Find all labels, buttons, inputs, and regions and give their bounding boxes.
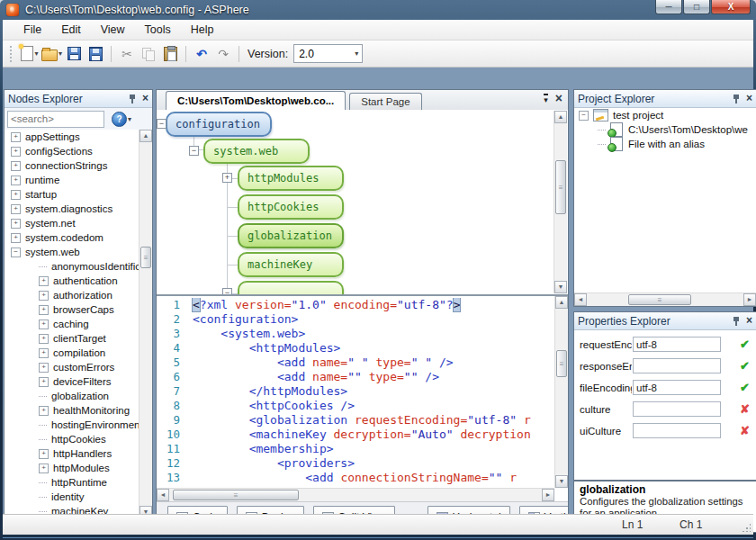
tree-item[interactable]: +runtime: [4, 173, 139, 187]
collapse-icon[interactable]: −: [579, 111, 589, 121]
code-line[interactable]: 9 <globalization requestEncoding="utf-8"…: [157, 413, 554, 428]
diagram-node-machineKey[interactable]: machineKey: [238, 252, 344, 277]
scroll-right-arrow[interactable]: ►: [743, 293, 756, 306]
diagram-node-system.web[interactable]: system.web: [203, 139, 310, 164]
menu-help[interactable]: Help: [181, 21, 224, 39]
menu-file[interactable]: File: [14, 21, 51, 39]
code-line[interactable]: 10 <machineKey decryption="Auto" decrypt…: [157, 428, 554, 442]
code-line[interactable]: 6 <add name="" type="" />: [157, 370, 554, 384]
tree-item[interactable]: globalization: [4, 389, 139, 403]
diagram-node-configuration[interactable]: configuration: [166, 112, 272, 137]
tree-item[interactable]: −system.web: [4, 245, 139, 259]
collapse-icon[interactable]: −: [189, 146, 199, 156]
scroll-up-arrow[interactable]: ▲: [555, 296, 568, 309]
toolbar-grip[interactable]: [10, 46, 15, 62]
tree-item[interactable]: +configSections: [4, 144, 139, 158]
scroll-down-arrow[interactable]: ▼: [554, 281, 567, 293]
tree-item[interactable]: +healthMonitoring: [4, 403, 139, 418]
tree-item[interactable]: +system.net: [4, 216, 139, 230]
help-icon[interactable]: ?: [112, 112, 127, 127]
maximize-button[interactable]: □: [683, 0, 710, 14]
expand-icon[interactable]: +: [39, 320, 49, 329]
scroll-down-arrow[interactable]: ▼: [555, 475, 568, 488]
tree-item[interactable]: +startup: [4, 187, 139, 202]
scroll-left-arrow[interactable]: ◄: [157, 489, 169, 501]
design-view[interactable]: configuration−system.web−httpModules+htt…: [157, 110, 568, 296]
redo-button[interactable]: ↷: [213, 44, 233, 64]
scroll-thumb[interactable]: ≡: [140, 247, 151, 268]
collapse-icon[interactable]: −: [222, 288, 232, 296]
tree-item[interactable]: +authorization: [4, 288, 139, 302]
minimize-button[interactable]: ─: [655, 0, 682, 14]
expand-icon[interactable]: +: [39, 406, 49, 416]
expand-icon[interactable]: +: [11, 176, 21, 185]
tree-item[interactable]: +customErrors: [4, 360, 139, 374]
code-line[interactable]: 1<?xml version="1.0" encoding="utf-8"?>: [157, 298, 554, 312]
scroll-thumb[interactable]: ≡: [555, 160, 566, 214]
code-view[interactable]: 1<?xml version="1.0" encoding="utf-8"?>2…: [157, 296, 568, 501]
tree-item[interactable]: +deviceFilters: [4, 374, 139, 389]
expand-icon[interactable]: +: [39, 305, 49, 315]
expand-icon[interactable]: +: [11, 233, 21, 243]
expand-icon[interactable]: +: [39, 291, 49, 301]
expand-icon[interactable]: +: [39, 334, 49, 344]
project-file-item[interactable]: File with an alias: [574, 137, 756, 151]
menu-edit[interactable]: Edit: [51, 21, 91, 39]
tree-item[interactable]: +appSettings: [4, 130, 139, 144]
tree-item[interactable]: +clientTarget: [4, 331, 139, 346]
chevron-down-icon[interactable]: ▾: [58, 50, 62, 58]
code-line[interactable]: 5 <add name=" " type=" " />: [157, 356, 554, 370]
scroll-right-arrow[interactable]: ►: [542, 489, 554, 501]
diagram-node-globalization[interactable]: globalization: [238, 223, 344, 248]
version-select[interactable]: 2.0 ▾: [293, 44, 363, 63]
nodes-tree-vscrollbar[interactable]: ▲ ≡ ▼: [139, 130, 152, 518]
menu-view[interactable]: View: [91, 21, 135, 39]
pin-icon[interactable]: [128, 94, 138, 104]
project-hscrollbar[interactable]: ◄ ≡ ►: [574, 292, 756, 306]
copy-button[interactable]: [139, 44, 158, 64]
close-icon[interactable]: ×: [746, 316, 752, 326]
expand-icon[interactable]: +: [39, 363, 49, 373]
code-line[interactable]: 8 <httpCookies />: [157, 399, 554, 413]
close-document-icon[interactable]: ×: [555, 94, 562, 104]
property-value-input[interactable]: [633, 423, 721, 438]
tree-item[interactable]: +authentication: [4, 274, 139, 288]
code-vscrollbar[interactable]: ▲ ≡ ▼: [554, 296, 568, 488]
code-line[interactable]: 12 <providers>: [157, 456, 554, 471]
tab-list-icon[interactable]: ▾: [544, 94, 548, 104]
open-file-button[interactable]: ▾: [41, 44, 62, 64]
tree-item[interactable]: +system.codedom: [4, 230, 139, 245]
paste-button[interactable]: [160, 44, 180, 64]
chevron-down-icon[interactable]: ▾: [355, 50, 358, 58]
expand-icon[interactable]: +: [11, 190, 21, 200]
scroll-left-arrow[interactable]: ◄: [574, 293, 587, 306]
code-line[interactable]: 11 <membership>: [157, 442, 554, 456]
tree-item[interactable]: +httpHandlers: [4, 446, 139, 461]
project-root-item[interactable]: − test project: [574, 108, 756, 122]
expand-icon[interactable]: +: [39, 276, 49, 286]
close-button[interactable]: X: [711, 0, 751, 14]
close-icon[interactable]: ×: [746, 94, 752, 104]
chevron-down-icon[interactable]: ▾: [128, 115, 131, 123]
expand-icon[interactable]: +: [11, 204, 21, 214]
expand-icon[interactable]: +: [39, 449, 49, 459]
property-value-input[interactable]: [633, 337, 721, 352]
tree-item[interactable]: +connectionStrings: [4, 158, 139, 173]
undo-button[interactable]: ↶: [192, 44, 212, 64]
expand-icon[interactable]: +: [11, 132, 21, 142]
resize-grip[interactable]: [742, 523, 751, 532]
design-vscrollbar[interactable]: ▲ ≡ ▼: [554, 111, 567, 293]
scroll-thumb[interactable]: ≡: [556, 350, 567, 377]
expand-icon[interactable]: +: [39, 377, 49, 387]
code-line[interactable]: 3 <system.web>: [157, 327, 554, 341]
tree-item[interactable]: identity: [4, 490, 139, 504]
scroll-up-arrow[interactable]: ▲: [554, 111, 567, 123]
scroll-up-arrow[interactable]: ▲: [140, 130, 152, 142]
chevron-down-icon[interactable]: ▾: [34, 50, 38, 58]
scroll-thumb[interactable]: ≡: [628, 294, 691, 305]
tree-item[interactable]: anonymousIdentifica: [4, 259, 139, 274]
tree-item[interactable]: httpCookies: [4, 432, 139, 446]
save-button[interactable]: [64, 44, 84, 64]
new-file-button[interactable]: ▾: [20, 44, 40, 64]
expand-icon[interactable]: +: [11, 219, 21, 229]
